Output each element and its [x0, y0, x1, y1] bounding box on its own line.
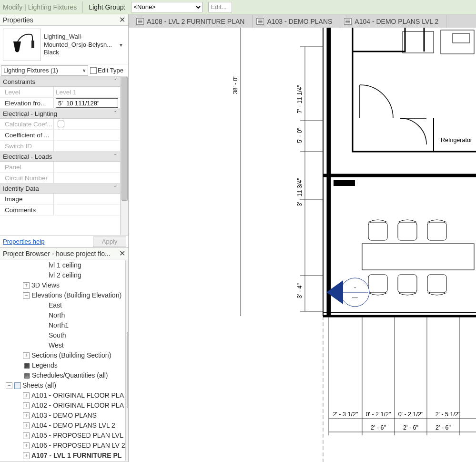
tree-label: 3D Views — [31, 280, 60, 290]
tree-label: South — [49, 330, 66, 340]
sheet-icon — [14, 382, 21, 389]
tree-item[interactable]: +3D Views — [2, 280, 125, 290]
properties-help-link[interactable]: Properties help — [0, 238, 91, 245]
type-name: Lighting_Wall- Mounted_Orsjo-Belysn... B… — [44, 33, 114, 57]
expand-icon[interactable]: + — [23, 412, 30, 419]
calc-coef-checkbox[interactable] — [58, 121, 64, 127]
tree-item[interactable]: North — [2, 310, 125, 320]
prop-panel[interactable]: Panel — [0, 162, 120, 173]
view-tab[interactable]: A103 - DEMO PLANS — [253, 15, 340, 28]
light-group-edit-button[interactable]: Edit... — [208, 2, 232, 12]
lighting-fixture-icon — [8, 32, 36, 58]
svg-text:2' - 6": 2' - 6" — [403, 424, 418, 431]
drawing-viewport[interactable]: Refrigerator - --- — [129, 28, 476, 462]
svg-text:-: - — [354, 284, 356, 291]
close-icon[interactable]: ✕ — [119, 249, 125, 258]
close-icon[interactable]: ✕ — [119, 15, 125, 24]
svg-text:Refrigerator: Refrigerator — [441, 137, 472, 144]
expand-icon[interactable]: + — [23, 282, 30, 289]
tree-item[interactable]: +A103 - DEMO PLANS — [2, 411, 125, 421]
tree-label: lvl 1 ceiling — [49, 260, 81, 270]
svg-rect-0 — [31, 41, 34, 48]
light-group-select[interactable]: <None> — [131, 2, 203, 12]
expand-icon[interactable]: + — [23, 442, 30, 449]
svg-text:2' - 3 1/2": 2' - 3 1/2" — [333, 411, 358, 418]
sheet-icon — [344, 18, 352, 25]
tree-label: Legends — [32, 360, 58, 370]
group-identity[interactable]: Identity Data⌃ — [0, 184, 120, 194]
tree-item[interactable]: +A107 - LVL 1 FURNITURE PL — [2, 451, 125, 461]
apply-button[interactable]: Apply — [93, 236, 126, 247]
wall-fixture-tag: - --- — [326, 278, 369, 307]
tree-item[interactable]: +A101 - ORIGINAL FLOOR PLA — [2, 390, 125, 400]
browser-tree[interactable]: lvl 1 ceilinglvl 2 ceiling+3D Views−Elev… — [2, 260, 125, 461]
prop-switch-id[interactable]: Switch ID — [0, 141, 120, 152]
svg-rect-16 — [398, 275, 417, 293]
divider — [82, 1, 83, 13]
tree-label: lvl 2 ceiling — [49, 270, 81, 280]
svg-text:3' - 11 3/4": 3' - 11 3/4" — [296, 178, 303, 206]
view-tab[interactable]: A104 - DEMO PLANS LVL 2 — [340, 15, 446, 28]
prop-level[interactable]: LevelLevel 1 — [0, 87, 120, 98]
expand-icon[interactable]: + — [23, 402, 30, 409]
tree-item[interactable]: +A104 - DEMO PLANS LVL 2 — [2, 421, 125, 431]
prop-comments[interactable]: Comments — [0, 205, 120, 216]
edit-type-icon — [90, 67, 97, 74]
view-tabs: A108 - LVL 2 FURNITURE PLAN A103 - DEMO … — [129, 14, 476, 28]
group-elec-loads[interactable]: Electrical - Loads⌃ — [0, 152, 120, 162]
tree-item[interactable]: +A105 - PROPOSED PLAN LVL — [2, 431, 125, 441]
browser-scrollbar[interactable] — [125, 260, 128, 461]
floor-plan-drawing: Refrigerator - --- — [129, 28, 476, 462]
type-selector[interactable]: Lighting_Wall- Mounted_Orsjo-Belysn... B… — [0, 26, 128, 64]
tree-label: North — [49, 310, 65, 320]
tree-item[interactable]: −Elevations (Building Elevation) — [2, 290, 125, 300]
properties-scrollbar[interactable] — [120, 77, 128, 235]
tree-item[interactable]: ▤Schedules/Quantities (all) — [2, 370, 125, 380]
group-constraints[interactable]: Constraints⌃ — [0, 77, 120, 87]
filter-combo[interactable]: Lighting Fixtures (1)∨ — [1, 65, 88, 76]
tree-item[interactable]: lvl 1 ceiling — [2, 260, 125, 270]
prop-calc-coef[interactable]: Calculate Coef... — [0, 119, 120, 130]
tree-item[interactable]: North1 — [2, 320, 125, 330]
edit-type-button[interactable]: Edit Type — [89, 67, 128, 74]
tree-item[interactable]: lvl 2 ceiling — [2, 270, 125, 280]
chevron-down-icon[interactable]: ▼ — [117, 42, 125, 48]
expand-icon[interactable]: − — [6, 382, 12, 389]
tree-item[interactable]: +A106 - PROPOSED PLAN LV 2 — [2, 441, 125, 451]
tree-item[interactable]: +Sections (Building Section) — [2, 350, 125, 360]
expand-icon[interactable]: + — [23, 392, 30, 399]
svg-rect-17 — [427, 275, 446, 293]
expand-icon[interactable]: + — [23, 422, 30, 429]
tree-item[interactable]: +A102 - ORIGINAL FLOOR PLA — [2, 400, 125, 411]
tree-item[interactable]: East — [2, 300, 125, 310]
prop-elevation[interactable]: Elevation fro... — [0, 98, 120, 109]
group-elec-lighting[interactable]: Electrical - Lighting⌃ — [0, 109, 120, 119]
browser-titlebar[interactable]: Project Browser - house project flo... ✕ — [0, 248, 128, 259]
project-browser: Project Browser - house project flo... ✕… — [0, 248, 128, 462]
svg-rect-13 — [398, 222, 417, 240]
tree-label: Sheets (all) — [22, 380, 56, 390]
expand-icon[interactable]: + — [23, 352, 30, 359]
tree-item[interactable]: West — [2, 340, 125, 350]
properties-title: Properties — [3, 16, 119, 24]
expand-icon[interactable]: + — [23, 432, 30, 439]
tree-item[interactable]: ▦Legends — [2, 360, 125, 370]
view-tab[interactable]: A108 - LVL 2 FURNITURE PLAN — [132, 15, 253, 28]
tree-label: Schedules/Quantities (all) — [32, 370, 108, 380]
expand-icon[interactable]: + — [23, 452, 30, 459]
expand-icon[interactable]: − — [23, 292, 30, 299]
light-group-label: Light Group: — [89, 3, 125, 11]
svg-text:3' - 4": 3' - 4" — [296, 283, 303, 298]
svg-text:0' - 2 1/2": 0' - 2 1/2" — [366, 411, 391, 418]
elevation-input[interactable] — [56, 98, 118, 108]
prop-circuit[interactable]: Circuit Number — [0, 173, 120, 184]
properties-titlebar[interactable]: Properties ✕ — [0, 14, 128, 26]
tree-item[interactable]: −Sheets (all) — [2, 380, 125, 390]
svg-rect-23 — [403, 31, 434, 53]
tree-item[interactable]: South — [2, 330, 125, 340]
prop-image[interactable]: Image — [0, 194, 120, 205]
tree-label: Sections (Building Section) — [31, 350, 111, 360]
prop-coef-util[interactable]: Coefficient of ... — [0, 130, 120, 141]
svg-rect-10 — [334, 180, 355, 186]
svg-rect-12 — [368, 222, 387, 240]
